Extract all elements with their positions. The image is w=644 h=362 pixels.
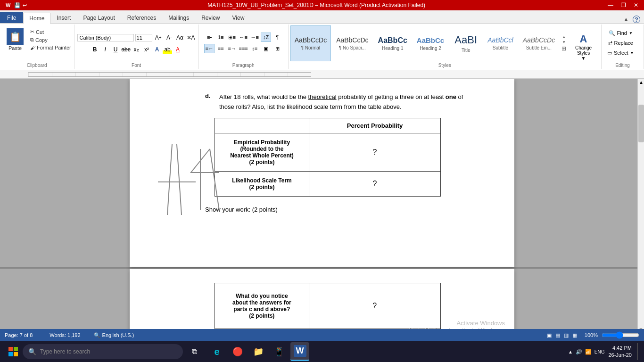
ribbon-collapse-btn[interactable]: ▲ [623, 16, 629, 23]
find-button[interactable]: 🔍 Find ▼ [607, 29, 635, 37]
view-reading-icon[interactable]: ▥ [564, 332, 569, 338]
underline-button[interactable]: U [111, 45, 120, 54]
tab-file[interactable]: File [0, 12, 23, 23]
tab-view[interactable]: View [226, 12, 251, 23]
decrease-indent-btn[interactable]: ←≡ [238, 33, 248, 42]
view-normal-icon[interactable]: ▣ [547, 332, 552, 338]
taskbar-task-view[interactable]: ⧉ [185, 342, 204, 361]
tray-network-icon[interactable]: 📶 [585, 349, 592, 355]
text-effects-btn[interactable]: A [152, 45, 162, 54]
tray-volume-icon[interactable]: 🔊 [576, 349, 582, 355]
taskbar-explorer-app[interactable]: 📁 [249, 342, 268, 361]
select-button[interactable]: ▭ Select ▼ [605, 49, 636, 57]
scroll-up-btn[interactable]: ▲ [638, 79, 644, 86]
paragraph-label: Paragraph [199, 63, 288, 68]
change-styles-button[interactable]: A Change Styles ▼ [568, 31, 599, 63]
scrollbar[interactable]: ▲ ▼ [637, 79, 644, 333]
view-outline-icon[interactable]: ▦ [572, 332, 577, 338]
font-size-input[interactable] [135, 34, 152, 41]
change-case-btn[interactable]: Aα [175, 33, 185, 42]
copy-button[interactable]: ⧉ Copy [29, 36, 72, 43]
style-subtle-em[interactable]: AaBbCcDc Subtle Em... [519, 25, 559, 61]
align-right-btn[interactable]: ≡→ [227, 44, 237, 53]
tab-insert[interactable]: Insert [50, 12, 77, 23]
zoom-slider[interactable] [602, 331, 639, 339]
font-color-btn[interactable]: A [173, 45, 182, 54]
increase-indent-btn[interactable]: →≡ [249, 33, 260, 42]
flag-icon: 🔍 [94, 332, 100, 338]
style-heading2[interactable]: AaBbCc Heading 2 [413, 25, 448, 61]
strikethrough-button[interactable]: abc [121, 45, 131, 54]
numbering-btn[interactable]: 1≡ [215, 33, 226, 42]
taskbar-phone-app[interactable]: 📱 [270, 342, 289, 361]
cut-button[interactable]: ✂ Cut [29, 28, 72, 35]
minimize-button[interactable]: — [606, 2, 615, 8]
subscript-button[interactable]: x₂ [132, 45, 141, 54]
format-painter-button[interactable]: 🖌 Format Painter [29, 44, 72, 51]
show-formatting-btn[interactable]: ¶ [272, 33, 282, 42]
restore-button[interactable]: ❐ [619, 2, 628, 8]
bullets-btn[interactable]: ≡• [204, 33, 215, 42]
clear-formatting-btn[interactable]: ✕A [186, 33, 196, 42]
tab-page-layout[interactable]: Page Layout [77, 12, 121, 23]
tray-expand-icon[interactable]: ▲ [568, 349, 573, 354]
empirical-prob-value[interactable]: ? [309, 133, 441, 171]
style-heading1[interactable]: AaBbCc Heading 1 [374, 25, 412, 61]
likelihood-scale-value[interactable]: ? [309, 171, 441, 196]
tab-home[interactable]: Home [23, 13, 50, 24]
align-center-btn[interactable]: ≡≡ [215, 44, 226, 53]
view-web-icon[interactable]: ▤ [555, 332, 560, 338]
close-button[interactable]: ✕ [632, 2, 640, 8]
tab-mailings[interactable]: Mailings [162, 12, 195, 23]
borders-btn[interactable]: ⊞ [272, 44, 282, 53]
taskbar-word-app[interactable]: W [290, 342, 309, 361]
tray-icons: ▲ 🔊 📶 ENG [568, 349, 605, 355]
quick-access-undo[interactable]: ↩ [23, 2, 27, 8]
start-button[interactable] [4, 342, 23, 361]
font-size-increase-btn[interactable]: A+ [154, 33, 163, 42]
superscript-button[interactable]: x² [142, 45, 151, 54]
taskbar-search[interactable]: 🔍 Type here to search [23, 344, 183, 359]
font-size-decrease-btn[interactable]: A- [165, 33, 174, 42]
styles-scroll-up[interactable]: ▲ [560, 35, 568, 39]
paste-button[interactable]: 📋 Paste [3, 26, 27, 53]
styles-scroll-down[interactable]: ▼ [560, 40, 568, 44]
replace-button[interactable]: ⇄ Replace [606, 39, 635, 47]
text-highlight-btn[interactable]: ab [163, 45, 172, 54]
taskbar-chrome-app[interactable]: 🔴 [228, 342, 247, 361]
shading-btn[interactable]: ▣ [261, 44, 271, 53]
justify-btn[interactable]: ≡≡≡ [238, 44, 248, 53]
sort-btn[interactable]: ↕Z [261, 33, 271, 42]
tray-lang-icon[interactable]: ENG [594, 349, 605, 354]
taskbar-edge-app[interactable]: e [207, 342, 226, 361]
style-subtitle[interactable]: AaBbCcl Subtitle [483, 25, 517, 61]
quick-access-save[interactable]: 💾 [14, 2, 21, 8]
line-spacing-btn[interactable]: ↕≡ [249, 44, 260, 53]
clock-date: 26-Jun-20 [608, 352, 632, 359]
taskbar-tray: ▲ 🔊 📶 ENG 4:42 PM 26-Jun-20 [568, 343, 640, 360]
win-logo-green [14, 347, 18, 351]
align-left-btn[interactable]: ≡← [204, 44, 215, 53]
paste-label: Paste [8, 45, 22, 51]
styles-scroll-more[interactable]: ⊞ [560, 45, 568, 52]
bold-button[interactable]: B [90, 45, 99, 54]
ribbon-content: 📋 Paste ✂ Cut ⧉ Copy 🖌 Format Painter Cl… [0, 24, 644, 70]
help-btn[interactable]: ? [633, 16, 640, 23]
tray-time[interactable]: 4:42 PM 26-Jun-20 [608, 345, 632, 359]
title-bar-controls: — ❐ ✕ [606, 2, 640, 8]
find-icon: 🔍 [609, 30, 615, 36]
font-name-input[interactable] [77, 34, 134, 41]
tab-references[interactable]: References [121, 12, 162, 23]
multilevel-btn[interactable]: ⊞≡ [227, 33, 237, 42]
italic-button[interactable]: I [100, 45, 110, 54]
style-subtitle-preview: AaBbCcl [487, 36, 513, 44]
cut-icon: ✂ [30, 29, 34, 35]
tab-review[interactable]: Review [195, 12, 226, 23]
scroll-thumb[interactable] [638, 105, 644, 142]
show-desktop-btn[interactable] [637, 343, 640, 360]
style-no-spacing[interactable]: AaBbCcDc ¶ No Spaci... [332, 25, 372, 61]
style-title[interactable]: AaBI Title [449, 25, 482, 61]
table-row-2: Likelihood Scale Term(2 points) ? [215, 171, 441, 196]
document-page-2: What do you noticeabout the answers forp… [130, 269, 514, 333]
style-normal[interactable]: AaBbCcDc ¶ Normal [290, 25, 331, 61]
